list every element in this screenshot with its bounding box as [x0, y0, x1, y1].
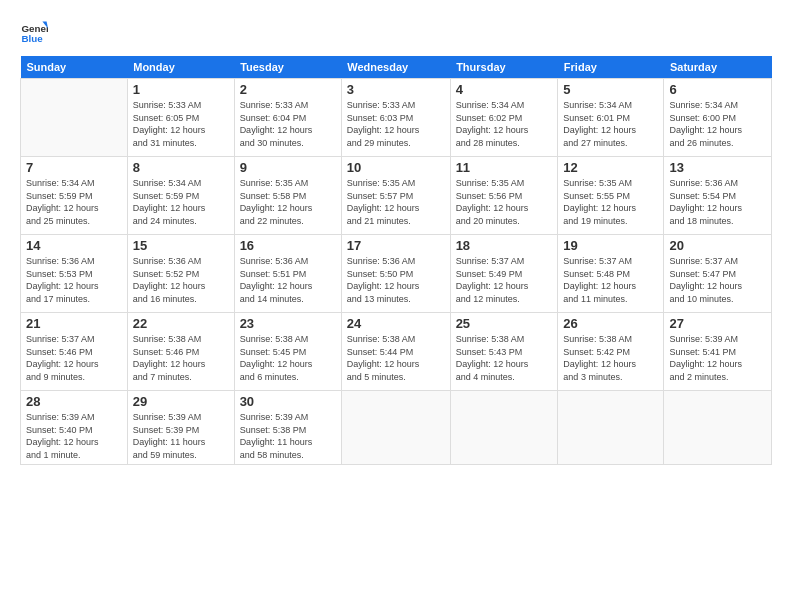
calendar-cell: 2Sunrise: 5:33 AM Sunset: 6:04 PM Daylig…: [234, 79, 341, 157]
day-number: 5: [563, 82, 658, 97]
day-info: Sunrise: 5:34 AM Sunset: 6:01 PM Dayligh…: [563, 99, 658, 149]
weekday-header: Monday: [127, 56, 234, 79]
weekday-header: Thursday: [450, 56, 558, 79]
day-info: Sunrise: 5:38 AM Sunset: 5:44 PM Dayligh…: [347, 333, 445, 383]
day-number: 3: [347, 82, 445, 97]
calendar-cell: [664, 391, 772, 465]
day-info: Sunrise: 5:33 AM Sunset: 6:05 PM Dayligh…: [133, 99, 229, 149]
day-number: 29: [133, 394, 229, 409]
calendar-cell: 10Sunrise: 5:35 AM Sunset: 5:57 PM Dayli…: [341, 157, 450, 235]
day-number: 1: [133, 82, 229, 97]
day-info: Sunrise: 5:35 AM Sunset: 5:56 PM Dayligh…: [456, 177, 553, 227]
calendar-week-row: 14Sunrise: 5:36 AM Sunset: 5:53 PM Dayli…: [21, 235, 772, 313]
calendar-cell: 26Sunrise: 5:38 AM Sunset: 5:42 PM Dayli…: [558, 313, 664, 391]
day-info: Sunrise: 5:39 AM Sunset: 5:40 PM Dayligh…: [26, 411, 122, 461]
day-info: Sunrise: 5:34 AM Sunset: 6:00 PM Dayligh…: [669, 99, 766, 149]
day-info: Sunrise: 5:35 AM Sunset: 5:55 PM Dayligh…: [563, 177, 658, 227]
day-info: Sunrise: 5:36 AM Sunset: 5:52 PM Dayligh…: [133, 255, 229, 305]
weekday-header: Wednesday: [341, 56, 450, 79]
calendar-cell: [558, 391, 664, 465]
calendar-body: 1Sunrise: 5:33 AM Sunset: 6:05 PM Daylig…: [21, 79, 772, 465]
calendar-cell: 5Sunrise: 5:34 AM Sunset: 6:01 PM Daylig…: [558, 79, 664, 157]
day-number: 25: [456, 316, 553, 331]
day-number: 6: [669, 82, 766, 97]
day-info: Sunrise: 5:38 AM Sunset: 5:43 PM Dayligh…: [456, 333, 553, 383]
calendar-cell: 27Sunrise: 5:39 AM Sunset: 5:41 PM Dayli…: [664, 313, 772, 391]
day-info: Sunrise: 5:36 AM Sunset: 5:53 PM Dayligh…: [26, 255, 122, 305]
svg-text:Blue: Blue: [21, 33, 43, 44]
calendar-week-row: 7Sunrise: 5:34 AM Sunset: 5:59 PM Daylig…: [21, 157, 772, 235]
day-number: 14: [26, 238, 122, 253]
calendar-cell: 24Sunrise: 5:38 AM Sunset: 5:44 PM Dayli…: [341, 313, 450, 391]
weekday-header: Tuesday: [234, 56, 341, 79]
weekday-header: Saturday: [664, 56, 772, 79]
day-number: 27: [669, 316, 766, 331]
day-number: 17: [347, 238, 445, 253]
day-number: 22: [133, 316, 229, 331]
calendar-cell: 21Sunrise: 5:37 AM Sunset: 5:46 PM Dayli…: [21, 313, 128, 391]
calendar-cell: 25Sunrise: 5:38 AM Sunset: 5:43 PM Dayli…: [450, 313, 558, 391]
calendar-cell: 23Sunrise: 5:38 AM Sunset: 5:45 PM Dayli…: [234, 313, 341, 391]
calendar-cell: [21, 79, 128, 157]
day-number: 2: [240, 82, 336, 97]
day-info: Sunrise: 5:34 AM Sunset: 5:59 PM Dayligh…: [133, 177, 229, 227]
calendar-cell: 19Sunrise: 5:37 AM Sunset: 5:48 PM Dayli…: [558, 235, 664, 313]
calendar-cell: 6Sunrise: 5:34 AM Sunset: 6:00 PM Daylig…: [664, 79, 772, 157]
day-number: 7: [26, 160, 122, 175]
day-number: 8: [133, 160, 229, 175]
day-info: Sunrise: 5:38 AM Sunset: 5:45 PM Dayligh…: [240, 333, 336, 383]
calendar-cell: 3Sunrise: 5:33 AM Sunset: 6:03 PM Daylig…: [341, 79, 450, 157]
weekday-header-row: SundayMondayTuesdayWednesdayThursdayFrid…: [21, 56, 772, 79]
day-number: 23: [240, 316, 336, 331]
logo: General Blue: [20, 18, 48, 46]
day-number: 30: [240, 394, 336, 409]
calendar-week-row: 28Sunrise: 5:39 AM Sunset: 5:40 PM Dayli…: [21, 391, 772, 465]
day-info: Sunrise: 5:39 AM Sunset: 5:38 PM Dayligh…: [240, 411, 336, 461]
day-number: 19: [563, 238, 658, 253]
calendar-week-row: 1Sunrise: 5:33 AM Sunset: 6:05 PM Daylig…: [21, 79, 772, 157]
day-info: Sunrise: 5:34 AM Sunset: 5:59 PM Dayligh…: [26, 177, 122, 227]
calendar-cell: 17Sunrise: 5:36 AM Sunset: 5:50 PM Dayli…: [341, 235, 450, 313]
day-number: 28: [26, 394, 122, 409]
day-info: Sunrise: 5:38 AM Sunset: 5:42 PM Dayligh…: [563, 333, 658, 383]
day-info: Sunrise: 5:33 AM Sunset: 6:04 PM Dayligh…: [240, 99, 336, 149]
day-number: 9: [240, 160, 336, 175]
day-number: 20: [669, 238, 766, 253]
day-number: 13: [669, 160, 766, 175]
day-number: 4: [456, 82, 553, 97]
calendar-cell: 20Sunrise: 5:37 AM Sunset: 5:47 PM Dayli…: [664, 235, 772, 313]
day-info: Sunrise: 5:36 AM Sunset: 5:54 PM Dayligh…: [669, 177, 766, 227]
day-info: Sunrise: 5:33 AM Sunset: 6:03 PM Dayligh…: [347, 99, 445, 149]
calendar-table: SundayMondayTuesdayWednesdayThursdayFrid…: [20, 56, 772, 465]
calendar-cell: 13Sunrise: 5:36 AM Sunset: 5:54 PM Dayli…: [664, 157, 772, 235]
calendar-cell: [450, 391, 558, 465]
day-number: 26: [563, 316, 658, 331]
calendar-cell: 1Sunrise: 5:33 AM Sunset: 6:05 PM Daylig…: [127, 79, 234, 157]
day-info: Sunrise: 5:36 AM Sunset: 5:51 PM Dayligh…: [240, 255, 336, 305]
day-info: Sunrise: 5:37 AM Sunset: 5:49 PM Dayligh…: [456, 255, 553, 305]
calendar-cell: 8Sunrise: 5:34 AM Sunset: 5:59 PM Daylig…: [127, 157, 234, 235]
calendar-cell: 7Sunrise: 5:34 AM Sunset: 5:59 PM Daylig…: [21, 157, 128, 235]
calendar-cell: 11Sunrise: 5:35 AM Sunset: 5:56 PM Dayli…: [450, 157, 558, 235]
calendar-cell: 12Sunrise: 5:35 AM Sunset: 5:55 PM Dayli…: [558, 157, 664, 235]
day-number: 11: [456, 160, 553, 175]
page-header: General Blue: [20, 18, 772, 46]
day-info: Sunrise: 5:39 AM Sunset: 5:39 PM Dayligh…: [133, 411, 229, 461]
calendar-cell: 30Sunrise: 5:39 AM Sunset: 5:38 PM Dayli…: [234, 391, 341, 465]
calendar-week-row: 21Sunrise: 5:37 AM Sunset: 5:46 PM Dayli…: [21, 313, 772, 391]
day-number: 24: [347, 316, 445, 331]
calendar-cell: 18Sunrise: 5:37 AM Sunset: 5:49 PM Dayli…: [450, 235, 558, 313]
calendar-cell: 22Sunrise: 5:38 AM Sunset: 5:46 PM Dayli…: [127, 313, 234, 391]
weekday-header: Sunday: [21, 56, 128, 79]
calendar-cell: 14Sunrise: 5:36 AM Sunset: 5:53 PM Dayli…: [21, 235, 128, 313]
day-number: 18: [456, 238, 553, 253]
logo-icon: General Blue: [20, 18, 48, 46]
day-number: 15: [133, 238, 229, 253]
calendar-cell: 15Sunrise: 5:36 AM Sunset: 5:52 PM Dayli…: [127, 235, 234, 313]
day-number: 10: [347, 160, 445, 175]
day-number: 12: [563, 160, 658, 175]
weekday-header: Friday: [558, 56, 664, 79]
day-info: Sunrise: 5:37 AM Sunset: 5:46 PM Dayligh…: [26, 333, 122, 383]
day-number: 16: [240, 238, 336, 253]
day-info: Sunrise: 5:37 AM Sunset: 5:47 PM Dayligh…: [669, 255, 766, 305]
